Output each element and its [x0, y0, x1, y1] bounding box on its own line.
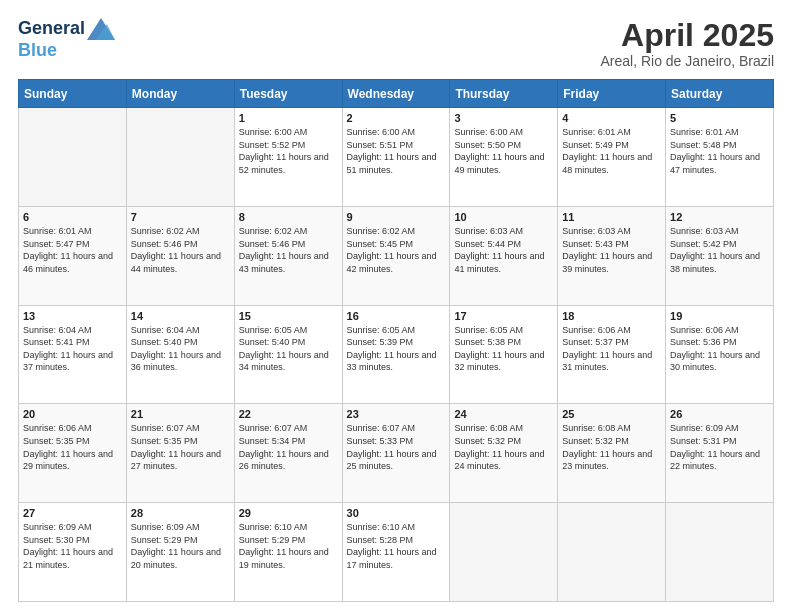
day-number: 5 [670, 112, 769, 124]
col-thursday: Thursday [450, 80, 558, 108]
day-info: Sunrise: 6:08 AM Sunset: 5:32 PM Dayligh… [562, 422, 661, 472]
day-number: 19 [670, 310, 769, 322]
calendar-week-1: 1Sunrise: 6:00 AM Sunset: 5:52 PM Daylig… [19, 108, 774, 207]
day-info: Sunrise: 6:02 AM Sunset: 5:46 PM Dayligh… [239, 225, 338, 275]
logo: General Blue [18, 18, 115, 61]
calendar-week-5: 27Sunrise: 6:09 AM Sunset: 5:30 PM Dayli… [19, 503, 774, 602]
day-number: 20 [23, 408, 122, 420]
day-number: 24 [454, 408, 553, 420]
calendar-cell: 6Sunrise: 6:01 AM Sunset: 5:47 PM Daylig… [19, 206, 127, 305]
calendar-cell [450, 503, 558, 602]
day-number: 28 [131, 507, 230, 519]
day-info: Sunrise: 6:02 AM Sunset: 5:45 PM Dayligh… [347, 225, 446, 275]
calendar-cell: 11Sunrise: 6:03 AM Sunset: 5:43 PM Dayli… [558, 206, 666, 305]
day-info: Sunrise: 6:00 AM Sunset: 5:50 PM Dayligh… [454, 126, 553, 176]
day-info: Sunrise: 6:10 AM Sunset: 5:29 PM Dayligh… [239, 521, 338, 571]
calendar-header-row: Sunday Monday Tuesday Wednesday Thursday… [19, 80, 774, 108]
calendar-cell: 23Sunrise: 6:07 AM Sunset: 5:33 PM Dayli… [342, 404, 450, 503]
calendar-cell: 2Sunrise: 6:00 AM Sunset: 5:51 PM Daylig… [342, 108, 450, 207]
day-info: Sunrise: 6:04 AM Sunset: 5:41 PM Dayligh… [23, 324, 122, 374]
day-number: 17 [454, 310, 553, 322]
day-number: 29 [239, 507, 338, 519]
day-number: 27 [23, 507, 122, 519]
day-info: Sunrise: 6:00 AM Sunset: 5:51 PM Dayligh… [347, 126, 446, 176]
day-number: 18 [562, 310, 661, 322]
day-info: Sunrise: 6:09 AM Sunset: 5:31 PM Dayligh… [670, 422, 769, 472]
day-number: 3 [454, 112, 553, 124]
day-number: 10 [454, 211, 553, 223]
calendar-cell: 28Sunrise: 6:09 AM Sunset: 5:29 PM Dayli… [126, 503, 234, 602]
day-number: 25 [562, 408, 661, 420]
day-info: Sunrise: 6:06 AM Sunset: 5:36 PM Dayligh… [670, 324, 769, 374]
header: General Blue April 2025 Areal, Rio de Ja… [18, 18, 774, 69]
calendar-cell: 21Sunrise: 6:07 AM Sunset: 5:35 PM Dayli… [126, 404, 234, 503]
month-title: April 2025 [600, 18, 774, 53]
day-number: 2 [347, 112, 446, 124]
calendar-table: Sunday Monday Tuesday Wednesday Thursday… [18, 79, 774, 602]
page: General Blue April 2025 Areal, Rio de Ja… [0, 0, 792, 612]
day-number: 8 [239, 211, 338, 223]
col-sunday: Sunday [19, 80, 127, 108]
day-info: Sunrise: 6:06 AM Sunset: 5:37 PM Dayligh… [562, 324, 661, 374]
calendar-cell: 30Sunrise: 6:10 AM Sunset: 5:28 PM Dayli… [342, 503, 450, 602]
day-number: 13 [23, 310, 122, 322]
day-info: Sunrise: 6:08 AM Sunset: 5:32 PM Dayligh… [454, 422, 553, 472]
day-number: 22 [239, 408, 338, 420]
day-info: Sunrise: 6:09 AM Sunset: 5:29 PM Dayligh… [131, 521, 230, 571]
day-info: Sunrise: 6:07 AM Sunset: 5:34 PM Dayligh… [239, 422, 338, 472]
col-friday: Friday [558, 80, 666, 108]
calendar-week-2: 6Sunrise: 6:01 AM Sunset: 5:47 PM Daylig… [19, 206, 774, 305]
day-number: 12 [670, 211, 769, 223]
day-info: Sunrise: 6:03 AM Sunset: 5:42 PM Dayligh… [670, 225, 769, 275]
day-info: Sunrise: 6:01 AM Sunset: 5:48 PM Dayligh… [670, 126, 769, 176]
day-number: 14 [131, 310, 230, 322]
calendar-cell: 19Sunrise: 6:06 AM Sunset: 5:36 PM Dayli… [666, 305, 774, 404]
col-saturday: Saturday [666, 80, 774, 108]
calendar-cell: 1Sunrise: 6:00 AM Sunset: 5:52 PM Daylig… [234, 108, 342, 207]
day-info: Sunrise: 6:04 AM Sunset: 5:40 PM Dayligh… [131, 324, 230, 374]
day-info: Sunrise: 6:06 AM Sunset: 5:35 PM Dayligh… [23, 422, 122, 472]
calendar-week-4: 20Sunrise: 6:06 AM Sunset: 5:35 PM Dayli… [19, 404, 774, 503]
day-info: Sunrise: 6:05 AM Sunset: 5:38 PM Dayligh… [454, 324, 553, 374]
title-area: April 2025 Areal, Rio de Janeiro, Brazil [600, 18, 774, 69]
day-number: 30 [347, 507, 446, 519]
calendar-cell: 13Sunrise: 6:04 AM Sunset: 5:41 PM Dayli… [19, 305, 127, 404]
calendar-cell: 17Sunrise: 6:05 AM Sunset: 5:38 PM Dayli… [450, 305, 558, 404]
day-info: Sunrise: 6:10 AM Sunset: 5:28 PM Dayligh… [347, 521, 446, 571]
calendar-cell: 3Sunrise: 6:00 AM Sunset: 5:50 PM Daylig… [450, 108, 558, 207]
calendar-cell: 16Sunrise: 6:05 AM Sunset: 5:39 PM Dayli… [342, 305, 450, 404]
calendar-cell [126, 108, 234, 207]
col-tuesday: Tuesday [234, 80, 342, 108]
calendar-cell: 15Sunrise: 6:05 AM Sunset: 5:40 PM Dayli… [234, 305, 342, 404]
day-info: Sunrise: 6:07 AM Sunset: 5:35 PM Dayligh… [131, 422, 230, 472]
calendar-cell: 4Sunrise: 6:01 AM Sunset: 5:49 PM Daylig… [558, 108, 666, 207]
calendar-cell: 27Sunrise: 6:09 AM Sunset: 5:30 PM Dayli… [19, 503, 127, 602]
day-number: 11 [562, 211, 661, 223]
day-info: Sunrise: 6:01 AM Sunset: 5:47 PM Dayligh… [23, 225, 122, 275]
calendar-cell: 5Sunrise: 6:01 AM Sunset: 5:48 PM Daylig… [666, 108, 774, 207]
calendar-cell [666, 503, 774, 602]
logo-text: General [18, 19, 85, 39]
day-number: 9 [347, 211, 446, 223]
col-monday: Monday [126, 80, 234, 108]
calendar-cell: 10Sunrise: 6:03 AM Sunset: 5:44 PM Dayli… [450, 206, 558, 305]
day-info: Sunrise: 6:01 AM Sunset: 5:49 PM Dayligh… [562, 126, 661, 176]
calendar-cell: 29Sunrise: 6:10 AM Sunset: 5:29 PM Dayli… [234, 503, 342, 602]
day-number: 4 [562, 112, 661, 124]
calendar-cell: 7Sunrise: 6:02 AM Sunset: 5:46 PM Daylig… [126, 206, 234, 305]
day-info: Sunrise: 6:05 AM Sunset: 5:40 PM Dayligh… [239, 324, 338, 374]
location: Areal, Rio de Janeiro, Brazil [600, 53, 774, 69]
day-number: 6 [23, 211, 122, 223]
day-info: Sunrise: 6:09 AM Sunset: 5:30 PM Dayligh… [23, 521, 122, 571]
day-info: Sunrise: 6:03 AM Sunset: 5:44 PM Dayligh… [454, 225, 553, 275]
calendar-cell: 20Sunrise: 6:06 AM Sunset: 5:35 PM Dayli… [19, 404, 127, 503]
calendar-cell [19, 108, 127, 207]
day-info: Sunrise: 6:07 AM Sunset: 5:33 PM Dayligh… [347, 422, 446, 472]
calendar-cell: 14Sunrise: 6:04 AM Sunset: 5:40 PM Dayli… [126, 305, 234, 404]
day-info: Sunrise: 6:02 AM Sunset: 5:46 PM Dayligh… [131, 225, 230, 275]
day-number: 26 [670, 408, 769, 420]
day-number: 21 [131, 408, 230, 420]
logo-blue: Blue [18, 40, 57, 61]
day-number: 23 [347, 408, 446, 420]
calendar-cell: 25Sunrise: 6:08 AM Sunset: 5:32 PM Dayli… [558, 404, 666, 503]
